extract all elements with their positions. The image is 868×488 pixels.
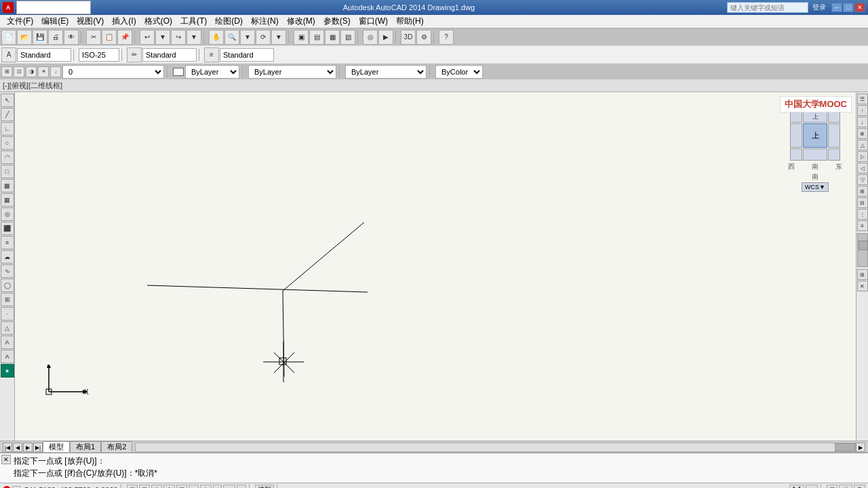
menu-view[interactable]: 视图(V) xyxy=(73,15,108,28)
lt-polyline[interactable]: ∟ xyxy=(1,122,14,136)
rt-btn14[interactable]: ✕ xyxy=(857,281,868,291)
anno-btn2[interactable]: ✏ xyxy=(127,47,142,62)
rt-scroll-thumb[interactable] xyxy=(859,241,868,250)
workspace-dropdown[interactable]: AutoCAD 经典 xyxy=(16,1,91,14)
viewport4-button[interactable]: ▧ xyxy=(340,30,355,45)
lt-ellipse[interactable]: ◯ xyxy=(1,279,14,292)
zoom-dropdown[interactable]: ▼ xyxy=(240,30,255,45)
close-button[interactable]: ✕ xyxy=(854,3,865,12)
command-close-button[interactable]: ✕ xyxy=(1,455,11,464)
status-warn-icon[interactable] xyxy=(12,486,20,489)
lt-insert[interactable]: ⊞ xyxy=(1,293,14,306)
redo-button[interactable]: ↪ xyxy=(171,30,186,45)
lw-btn[interactable]: ▬ xyxy=(223,485,235,489)
undo-button[interactable]: ↩ xyxy=(140,30,155,45)
tab-model[interactable]: 模型 xyxy=(43,441,70,452)
grid-btn[interactable]: ⊞ xyxy=(139,485,150,489)
menu-dim[interactable]: 标注(N) xyxy=(247,15,283,28)
menu-insert[interactable]: 插入(I) xyxy=(108,15,140,28)
model-btn[interactable]: 模型 xyxy=(255,485,274,489)
rt-btn3[interactable]: ↓ xyxy=(857,117,868,127)
rt-btn10[interactable]: ⊟ xyxy=(857,197,868,208)
undo-dropdown[interactable]: ▼ xyxy=(155,30,170,45)
ortho-btn[interactable]: ⊕ xyxy=(151,485,162,489)
save-button[interactable]: 💾 xyxy=(33,30,47,45)
polar-btn[interactable]: ◎ xyxy=(163,485,175,489)
tab-layout1[interactable]: 布局1 xyxy=(70,441,101,452)
workspace-ui-btn[interactable]: ⊞ xyxy=(827,485,837,489)
layer-btn5[interactable]: ↓ xyxy=(50,66,61,77)
lt-extra[interactable]: ★ xyxy=(1,364,14,378)
cut-button[interactable]: ✂ xyxy=(86,30,101,45)
plot-style-dropdown[interactable]: Standard xyxy=(220,48,274,62)
rt-btn8[interactable]: ▽ xyxy=(857,174,868,185)
color-select[interactable]: ByLayer xyxy=(185,65,239,79)
menu-modify[interactable]: 修改(M) xyxy=(283,15,319,28)
new-button[interactable]: 📄 xyxy=(1,30,16,45)
login-button[interactable]: 登录 xyxy=(812,3,826,12)
dyn-btn[interactable]: ≠ xyxy=(213,485,222,489)
lt-arc[interactable]: ◠ xyxy=(1,150,14,164)
lt-wipeout[interactable]: ⬛ xyxy=(1,222,14,235)
lt-mline[interactable]: ≡ xyxy=(1,236,14,249)
annotation-btn1[interactable]: A xyxy=(1,47,16,62)
lt-spline[interactable]: ∿ xyxy=(1,264,14,278)
snap-btn[interactable]: ⊡ xyxy=(127,485,138,489)
layer-btn2[interactable]: ⊡ xyxy=(14,66,24,77)
ducs-btn[interactable]: ⊥ xyxy=(200,485,212,489)
copy-button[interactable]: 📋 xyxy=(102,30,117,45)
print-preview-button[interactable]: 👁 xyxy=(64,30,79,45)
3d-button[interactable]: 3D xyxy=(401,30,416,45)
tp-btn[interactable]: ∷ xyxy=(237,485,246,489)
rt-btn12[interactable]: ≡ xyxy=(857,220,868,231)
plotstyle-select[interactable]: ByColor xyxy=(435,65,483,79)
status-error-icon[interactable] xyxy=(3,486,11,489)
lt-circle[interactable]: ○ xyxy=(1,136,14,150)
lt-rect[interactable]: □ xyxy=(1,165,14,178)
menu-edit[interactable]: 编辑(E) xyxy=(37,15,73,28)
lt-region[interactable]: ◎ xyxy=(1,207,14,221)
rt-btn11[interactable]: ⋮ xyxy=(857,209,868,220)
viewport3-button[interactable]: ▦ xyxy=(325,30,340,45)
linetype-select[interactable]: ByLayer xyxy=(248,65,336,79)
menu-window[interactable]: 窗口(W) xyxy=(355,15,392,28)
maximize-button[interactable]: □ xyxy=(843,3,854,12)
lt-selection[interactable]: ↖ xyxy=(1,94,14,107)
wcs-label[interactable]: WCS▼ xyxy=(802,182,829,192)
vc-left[interactable] xyxy=(790,123,802,148)
rt-btn6[interactable]: ▷ xyxy=(857,151,868,162)
print-button[interactable]: 🖨 xyxy=(48,30,63,45)
wcs-badge[interactable]: WCS▼ xyxy=(788,182,842,191)
hscroll-end[interactable]: ▶ xyxy=(856,443,865,452)
paste-button[interactable]: 📌 xyxy=(117,30,132,45)
lt-3dface[interactable]: △ xyxy=(1,321,14,335)
settings-btn[interactable]: ⚙ xyxy=(854,485,865,489)
rt-btn2[interactable]: ↑ xyxy=(857,105,868,116)
drawing-canvas-area[interactable]: X Y 北 上 xyxy=(15,92,856,441)
orbit-dropdown[interactable]: ▼ xyxy=(271,30,286,45)
tab-nav-next[interactable]: ▶ xyxy=(23,443,33,452)
layer-btn4[interactable]: ☀ xyxy=(38,66,49,77)
vc-bottom-left[interactable] xyxy=(790,148,802,161)
zoom-button[interactable]: 🔍 xyxy=(224,30,239,45)
dim-scale-dropdown[interactable]: ISO-25 xyxy=(79,48,119,62)
hscroll-thumb[interactable] xyxy=(835,443,855,451)
pan-button[interactable]: ✋ xyxy=(209,30,224,45)
tab-nav-prev[interactable]: ◀ xyxy=(13,443,22,452)
lt-text[interactable]: A xyxy=(1,336,14,349)
rt-btn9[interactable]: ⊞ xyxy=(857,186,868,197)
anno-btn3[interactable]: ≡ xyxy=(204,47,219,62)
anno-scale-btn[interactable]: ▲ xyxy=(806,485,818,489)
lt-mtext[interactable]: A xyxy=(1,350,14,363)
lt-point[interactable]: · xyxy=(1,307,14,321)
menu-param[interactable]: 参数(S) xyxy=(319,15,355,28)
layer-btn3[interactable]: ◑ xyxy=(26,66,37,77)
menu-file[interactable]: 文件(F) xyxy=(3,15,37,28)
showmotion-button[interactable]: ▶ xyxy=(378,30,393,45)
open-button[interactable]: 📂 xyxy=(17,30,32,45)
navswheel-button[interactable]: ◎ xyxy=(363,30,378,45)
viewport2-button[interactable]: ▤ xyxy=(309,30,324,45)
redo-dropdown[interactable]: ▼ xyxy=(186,30,201,45)
menu-format[interactable]: 格式(O) xyxy=(140,15,176,28)
rt-btn5[interactable]: △ xyxy=(857,140,868,150)
